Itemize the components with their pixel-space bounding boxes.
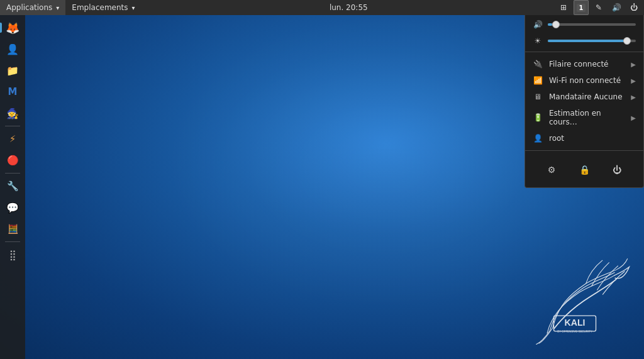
dock-item-burp[interactable]: ⚡: [3, 129, 23, 149]
window-number-badge: 1: [577, 4, 586, 12]
calculator-icon: 🧮: [8, 224, 18, 234]
tray-user-label: root: [549, 134, 636, 143]
tray-settings-button[interactable]: ⚙: [541, 160, 562, 180]
brightness-track[interactable]: [548, 40, 636, 42]
brightness-thumb[interactable]: [623, 37, 631, 45]
tray-user-icon: 👤: [533, 134, 543, 143]
tray-separator-1: [525, 52, 643, 52]
folder-icon: 📁: [6, 65, 19, 77]
system-tray-icon[interactable]: ⏻: [626, 0, 641, 15]
top-panel: Applications Emplacements lun. 20:55 ⊞ 1…: [0, 0, 644, 15]
firefox-icon: 🦊: [6, 21, 19, 35]
dock: 🦊 👤 📁 M 🧙 ⚡ 🔴 🔧 💬 🧮 ⣿: [0, 15, 25, 359]
applications-label: Applications: [6, 3, 52, 12]
dock-item-files[interactable]: 📁: [3, 60, 23, 80]
wifi-label: Wi-Fi non connecté: [549, 76, 625, 85]
panel-left: Applications Emplacements: [0, 0, 142, 15]
panel-right: ⊞ 1 ✎ 🔊 ⏻: [556, 0, 644, 15]
zap-icon: 🔴: [7, 155, 19, 166]
emplacements-label: Emplacements: [72, 3, 128, 12]
dock-separator-3: [5, 241, 20, 242]
kali-logo: KALI BY OFFENSIVE SECURITY: [518, 250, 631, 346]
user-icon: 👤: [6, 43, 19, 55]
dock-separator-1: [5, 126, 20, 126]
person-icon: 🧙: [6, 108, 19, 119]
wifi-icon: 📶: [533, 76, 543, 85]
system-tray-popup: 🔊 ☀ 🔌 Filaire connecté ▶ 📶 Wi-Fi non con…: [525, 15, 644, 188]
lock-icon: 🔒: [579, 165, 590, 175]
dock-item-firefox[interactable]: 🦊: [3, 18, 23, 38]
filaire-label: Filaire connecté: [549, 60, 625, 69]
mu-icon: M: [8, 86, 18, 97]
datetime-label: lun. 20:55: [330, 3, 368, 12]
apps-icon[interactable]: ⊞: [556, 0, 571, 15]
proxy-label: Mandataire Aucune: [549, 92, 625, 101]
battery-icon: 🔋: [533, 113, 543, 122]
volume-icon[interactable]: 🔊: [609, 0, 624, 15]
volume-thumb[interactable]: [552, 21, 560, 28]
battery-label: Estimation en cours…: [549, 109, 625, 126]
dock-item-zap[interactable]: 🔴: [3, 150, 23, 170]
dock-separator-2: [5, 173, 20, 174]
burp-icon: ⚡: [9, 133, 16, 145]
volume-slider-row: 🔊: [525, 15, 643, 31]
tray-item-battery[interactable]: 🔋 Estimation en cours… ▶: [525, 105, 643, 130]
volume-icon-glyph: 🔊: [612, 3, 621, 12]
system-tray-glyph: ⏻: [630, 3, 638, 12]
appgrid-icon: ⣿: [9, 249, 16, 261]
volume-fill: [548, 23, 552, 26]
svg-text:BY OFFENSIVE SECURITY: BY OFFENSIVE SECURITY: [557, 330, 592, 333]
brightness-slider-row: ☀: [525, 31, 643, 48]
brightness-tray-icon: ☀: [533, 36, 543, 45]
dock-item-user[interactable]: 👤: [3, 39, 23, 59]
battery-arrow: ▶: [631, 114, 636, 121]
pen-icon-glyph: ✎: [596, 3, 602, 12]
dock-item-mu[interactable]: M: [3, 82, 23, 102]
settings-icon: ⚙: [548, 165, 556, 175]
dock-item-appgrid[interactable]: ⣿: [3, 245, 23, 265]
volume-track[interactable]: [548, 23, 636, 26]
filaire-arrow: ▶: [631, 61, 636, 68]
tray-separator-2: [525, 150, 643, 151]
power-icon: ⏻: [613, 165, 621, 175]
tray-item-filaire[interactable]: 🔌 Filaire connecté ▶: [525, 56, 643, 72]
messaging-icon: 💬: [6, 202, 19, 214]
filaire-icon: 🔌: [533, 60, 543, 69]
tray-lock-button[interactable]: 🔒: [574, 160, 594, 180]
proxy-arrow: ▶: [631, 94, 636, 101]
dock-item-calculator[interactable]: 🧮: [3, 219, 23, 239]
tray-item-wifi[interactable]: 📶 Wi-Fi non connecté ▶: [525, 72, 643, 89]
dock-item-person[interactable]: 🧙: [3, 103, 23, 123]
dock-item-messaging[interactable]: 💬: [3, 197, 23, 218]
apps-icon-glyph: ⊞: [560, 3, 567, 12]
window-switcher[interactable]: 1: [574, 0, 589, 15]
panel-center: lun. 20:55: [142, 3, 556, 12]
tray-item-user[interactable]: 👤 root: [525, 130, 643, 146]
volume-tray-icon: 🔊: [533, 20, 543, 29]
applications-menu[interactable]: Applications: [0, 0, 65, 15]
svg-text:KALI: KALI: [565, 318, 586, 328]
dock-item-tool[interactable]: 🔧: [3, 176, 23, 196]
tray-bottom-icons: ⚙ 🔒 ⏻: [525, 155, 643, 182]
pen-icon[interactable]: ✎: [591, 0, 606, 15]
proxy-icon: 🖥: [533, 92, 543, 101]
brightness-fill: [548, 40, 627, 42]
emplacements-menu[interactable]: Emplacements: [65, 0, 141, 15]
wifi-arrow: ▶: [631, 77, 636, 84]
tray-item-proxy[interactable]: 🖥 Mandataire Aucune ▶: [525, 89, 643, 105]
tool-icon: 🔧: [7, 180, 19, 192]
tray-power-button[interactable]: ⏻: [607, 160, 627, 180]
